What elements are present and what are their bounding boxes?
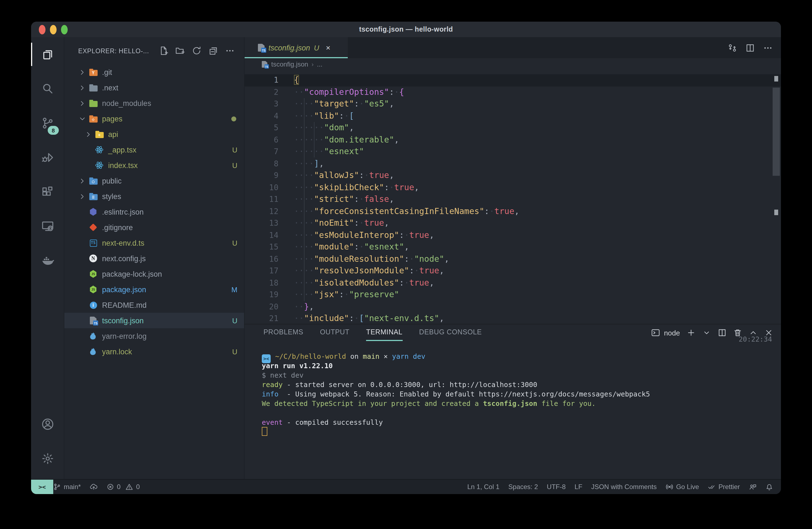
typescript-icon: TS — [90, 239, 97, 247]
tree-item-.next[interactable]: .next — [64, 80, 244, 95]
activity-remote-explorer-icon[interactable] — [31, 209, 64, 244]
modified-dot — [231, 116, 236, 121]
vscode-window: tsconfig.json — hello-world 8 EXPLORER: … — [31, 21, 781, 494]
more-icon[interactable] — [763, 43, 773, 53]
tree-item-pages[interactable]: ◇pages — [64, 111, 244, 127]
code-line-12: 12····"forceConsistentCasingInFileNames"… — [245, 205, 781, 217]
indentation[interactable]: Spaces: 2 — [508, 483, 538, 491]
cursor-position[interactable]: Ln 1, Col 1 — [467, 483, 499, 491]
tree-item-api[interactable]: +api — [64, 127, 244, 142]
problems-status[interactable]: 00 — [106, 483, 140, 491]
panel-tab-problems[interactable]: PROBLEMS — [263, 325, 303, 341]
activity-explorer-icon[interactable] — [31, 37, 64, 72]
activity-settings-icon[interactable] — [31, 441, 64, 476]
tree-item-package-lock.json[interactable]: JSpackage-lock.json — [64, 266, 244, 282]
chevron-right-icon — [78, 254, 87, 263]
chevron-right-icon — [78, 285, 87, 294]
terminal[interactable]: ><~/C/b/hello-world on main × yarn devya… — [262, 341, 775, 479]
tree-item-.git[interactable]: Y.git — [64, 64, 244, 80]
branch-status[interactable]: main* — [53, 483, 81, 491]
folder-icon: + — [95, 131, 103, 138]
code-editor[interactable]: 1{2··"compilerOptions":·{3····"target":·… — [245, 70, 781, 324]
chevron-right-icon — [78, 301, 87, 309]
new-file-icon[interactable] — [159, 46, 168, 56]
line-number: 16 — [245, 253, 278, 265]
language-mode[interactable]: JSON with Comments — [591, 483, 657, 491]
terminal-line: event - compiled successfully — [262, 417, 269, 427]
tree-item-_app.tsx[interactable]: _app.tsxU — [64, 142, 244, 158]
activity-docker-icon[interactable] — [31, 244, 64, 278]
tab-label: tsconfig.json — [269, 44, 310, 52]
tab-tsconfig[interactable]: TS tsconfig.json U × — [245, 37, 348, 58]
editor-actions — [728, 37, 781, 58]
tree-item-package.json[interactable]: JSpackage.jsonM — [64, 282, 244, 297]
chevron-right-icon: › — [311, 61, 314, 68]
terminal-profile-label[interactable]: node — [664, 328, 680, 337]
tree-item-label: .git — [102, 68, 112, 76]
panel-tab-debug-console[interactable]: DEBUG CONSOLE — [419, 325, 482, 341]
tree-item-next-env.d.ts[interactable]: TSnext-env.d.tsU — [64, 235, 244, 251]
breadcrumb[interactable]: TS tsconfig.json › ... — [245, 58, 781, 70]
activity-search-icon[interactable] — [31, 72, 64, 106]
panel-tab-output[interactable]: OUTPUT — [320, 325, 349, 341]
panel-header: PROBLEMSOUTPUTTERMINALDEBUG CONSOLE node — [245, 324, 781, 341]
tab-close-icon[interactable]: × — [326, 44, 330, 52]
dropdown-icon[interactable] — [702, 328, 711, 337]
terminal-line: $ next dev — [262, 370, 269, 380]
activity-extensions-icon[interactable] — [31, 175, 64, 209]
editor-area: TS tsconfig.json U × TS tsconfig.json › … — [244, 37, 781, 479]
tsconfig-file-icon: TS — [262, 61, 267, 68]
open-changes-icon[interactable] — [728, 43, 737, 53]
tree-item-label: styles — [102, 192, 121, 201]
tree-item-index.tsx[interactable]: index.tsxU — [64, 158, 244, 173]
tree-item-public[interactable]: ○public — [64, 173, 244, 189]
notifications[interactable] — [765, 483, 773, 491]
breadcrumb-more[interactable]: ... — [317, 60, 322, 68]
tree-item-next.config.js[interactable]: Nnext.config.js — [64, 251, 244, 266]
sync-status[interactable] — [90, 483, 97, 491]
activity-bar: 8 — [31, 37, 64, 479]
collapse-folders-icon[interactable] — [208, 46, 218, 56]
tree-item-.gitignore[interactable]: .gitignore — [64, 220, 244, 235]
editor-scrollbar[interactable] — [773, 88, 780, 176]
window-maximize-button[interactable] — [61, 25, 68, 34]
tree-item-styles[interactable]: ≡styles — [64, 189, 244, 204]
tree-item-tsconfig.json[interactable]: TStsconfig.jsonU — [64, 313, 244, 328]
code-line-2: 2··"compilerOptions":·{ — [245, 86, 781, 98]
bottom-panel: PROBLEMSOUTPUTTERMINALDEBUG CONSOLE node… — [245, 324, 781, 479]
status-bar: >< main*00 Ln 1, Col 1Spaces: 2UTF-8LFJS… — [31, 479, 781, 494]
tree-item-README.md[interactable]: iREADME.md — [64, 297, 244, 313]
folder-icon — [89, 100, 97, 107]
tree-item-node_modules[interactable]: node_modules — [64, 95, 244, 111]
more-icon[interactable] — [225, 46, 235, 56]
terminal-profile-icon[interactable] — [651, 328, 660, 337]
tree-item-yarn-error.log[interactable]: yarn-error.log — [64, 328, 244, 344]
window-close-button[interactable] — [39, 25, 45, 34]
refresh-icon[interactable] — [192, 46, 201, 56]
yarn-icon — [89, 332, 98, 340]
activity-run-debug-icon[interactable] — [31, 140, 64, 175]
split-editor-icon[interactable] — [745, 43, 755, 53]
warning-icon — [126, 483, 133, 491]
feedback[interactable] — [749, 483, 756, 491]
split-editor-icon[interactable] — [718, 328, 727, 337]
prettier[interactable]: Prettier — [708, 483, 740, 491]
new-terminal-icon[interactable] — [687, 328, 696, 337]
remote-indicator[interactable]: >< — [31, 480, 53, 494]
encoding[interactable]: UTF-8 — [547, 483, 566, 491]
tree-item-.eslintrc.json[interactable]: .eslintrc.json — [64, 204, 244, 220]
tree-item-label: package-lock.json — [102, 270, 162, 278]
window-minimize-button[interactable] — [50, 25, 57, 34]
breadcrumb-file[interactable]: tsconfig.json — [271, 60, 308, 68]
tree-item-yarn.lock[interactable]: yarn.lockU — [64, 344, 244, 359]
line-number: 17 — [245, 265, 278, 277]
tree-item-label: tsconfig.json — [102, 317, 144, 325]
panel-tab-terminal[interactable]: TERMINAL — [366, 325, 402, 341]
go-live-icon — [666, 483, 673, 491]
terminal-cursor — [262, 427, 267, 436]
activity-source-control-icon[interactable]: 8 — [31, 106, 64, 140]
activity-account-icon[interactable] — [31, 407, 64, 441]
eol[interactable]: LF — [575, 483, 582, 491]
new-folder-icon[interactable] — [175, 46, 185, 56]
go-live[interactable]: Go Live — [666, 483, 699, 491]
